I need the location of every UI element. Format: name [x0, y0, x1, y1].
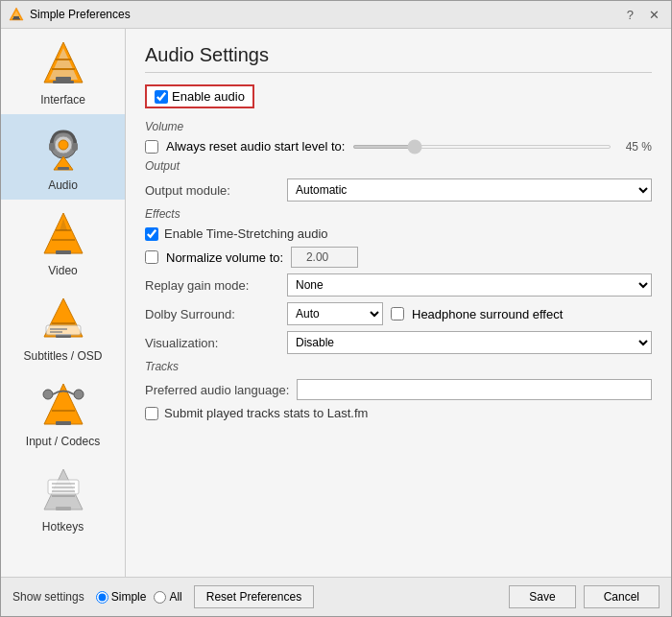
video-icon — [38, 209, 88, 262]
output-section-label: Output — [145, 159, 652, 173]
svg-rect-13 — [49, 143, 55, 151]
help-button[interactable]: ? — [623, 8, 637, 22]
window-title: Simple Preferences — [30, 8, 131, 21]
submit-stats-label[interactable]: Submit played tracks stats to Last.fm — [164, 406, 368, 420]
hotkeys-icon — [38, 465, 88, 518]
preferred-language-label: Preferred audio language: — [145, 383, 289, 397]
main-content: Audio Settings Enable audio Volume Alway… — [126, 29, 671, 577]
sidebar-label-audio: Audio — [48, 178, 78, 192]
replay-gain-select[interactable]: None Track Album — [287, 273, 652, 297]
radio-all-label[interactable]: All — [169, 590, 181, 604]
main-window: Simple Preferences ? ✕ — [0, 0, 672, 617]
title-bar: Simple Preferences ? ✕ — [1, 1, 671, 29]
window-body: Interface — [1, 29, 671, 577]
normalize-label[interactable]: Normalize volume to: — [166, 250, 283, 265]
cancel-button[interactable]: Cancel — [584, 585, 660, 608]
output-module-row: Output module: Automatic DirectX audio o… — [145, 178, 652, 202]
app-icon — [9, 7, 24, 22]
svg-point-33 — [74, 390, 84, 399]
show-settings-radio-group: Simple All — [96, 590, 182, 604]
time-stretching-label[interactable]: Enable Time-Stretching audio — [164, 226, 328, 241]
save-button[interactable]: Save — [509, 585, 575, 608]
replay-gain-label: Replay gain mode: — [145, 278, 279, 293]
preferred-language-row: Preferred audio language: — [145, 379, 652, 400]
radio-simple-label[interactable]: Simple — [111, 590, 147, 604]
output-module-label: Output module: — [145, 183, 279, 198]
svg-rect-3 — [12, 18, 20, 20]
svg-rect-14 — [72, 143, 78, 151]
normalize-row: Normalize volume to: — [145, 247, 652, 268]
subtitles-icon — [38, 295, 88, 347]
sidebar-label-subtitles: Subtitles / OSD — [23, 349, 102, 363]
svg-rect-20 — [56, 250, 71, 254]
volume-value: 45 % — [617, 140, 652, 154]
enable-audio-checkbox[interactable] — [155, 90, 168, 104]
svg-point-32 — [43, 390, 53, 399]
visualization-row: Visualization: Disable Spectrum Spectrom… — [145, 331, 652, 354]
radio-simple[interactable] — [96, 591, 108, 604]
svg-point-12 — [59, 140, 68, 150]
interface-icon — [38, 38, 88, 91]
sidebar-item-subtitles[interactable]: Subtitles / OSD — [1, 285, 125, 370]
volume-slider-container: 45 % — [352, 140, 652, 154]
footer-left: Show settings Simple All Reset Preferenc… — [12, 585, 314, 608]
page-title: Audio Settings — [145, 44, 652, 73]
output-module-select[interactable]: Automatic DirectX audio output WaveOut a… — [287, 178, 652, 202]
audio-icon — [38, 124, 88, 177]
close-button[interactable]: ✕ — [645, 8, 663, 22]
sidebar-item-interface[interactable]: Interface — [1, 29, 125, 114]
title-bar-controls: ? ✕ — [623, 8, 663, 22]
radio-simple-item: Simple — [96, 590, 147, 604]
effects-section-label: Effects — [145, 207, 652, 221]
volume-slider[interactable] — [352, 145, 612, 149]
volume-section-label: Volume — [145, 120, 652, 133]
always-reset-label[interactable]: Always reset audio start level to: — [166, 139, 345, 154]
replay-gain-row: Replay gain mode: None Track Album — [145, 273, 652, 297]
visualization-select[interactable]: Disable Spectrum Spectrometer Scope Vu m… — [287, 331, 652, 354]
always-reset-checkbox[interactable] — [145, 140, 158, 154]
title-bar-left: Simple Preferences — [9, 7, 131, 22]
footer: Show settings Simple All Reset Preferenc… — [1, 577, 671, 616]
headphone-label[interactable]: Headphone surround effect — [412, 307, 563, 321]
sidebar-item-audio[interactable]: Audio — [1, 114, 125, 200]
svg-rect-7 — [53, 81, 74, 83]
sidebar-item-input[interactable]: Input / Codecs — [1, 370, 125, 456]
show-settings-label: Show settings — [12, 590, 84, 604]
sidebar: Interface — [1, 29, 126, 577]
headphone-checkbox[interactable] — [391, 307, 404, 320]
sidebar-label-video: Video — [48, 264, 77, 277]
sidebar-label-input: Input / Codecs — [26, 435, 100, 448]
submit-stats-row: Submit played tracks stats to Last.fm — [145, 406, 652, 420]
volume-row: Always reset audio start level to: 45 % — [145, 139, 652, 154]
normalize-checkbox[interactable] — [145, 250, 158, 264]
radio-all-item: All — [154, 590, 181, 604]
submit-stats-checkbox[interactable] — [145, 407, 158, 420]
visualization-label: Visualization: — [145, 336, 279, 350]
svg-rect-31 — [56, 421, 71, 425]
preferred-language-input[interactable] — [297, 379, 652, 400]
svg-rect-16 — [58, 167, 69, 170]
input-icon — [38, 380, 88, 433]
time-stretching-row: Enable Time-Stretching audio — [145, 226, 652, 241]
sidebar-item-hotkeys[interactable]: Hotkeys — [1, 456, 125, 541]
tracks-section-label: Tracks — [145, 360, 652, 373]
dolby-select[interactable]: Auto On Off — [287, 302, 383, 325]
svg-rect-26 — [46, 325, 81, 335]
enable-audio-container: Enable audio — [145, 84, 254, 108]
dolby-label: Dolby Surround: — [145, 307, 279, 321]
radio-all[interactable] — [154, 591, 166, 604]
enable-audio-label[interactable]: Enable audio — [172, 89, 245, 104]
svg-rect-2 — [13, 16, 19, 18]
time-stretching-checkbox[interactable] — [145, 227, 158, 241]
svg-rect-6 — [56, 77, 71, 81]
dolby-row: Dolby Surround: Auto On Off Headphone su… — [145, 302, 652, 325]
sidebar-label-hotkeys: Hotkeys — [42, 520, 84, 534]
sidebar-label-interface: Interface — [40, 93, 85, 107]
reset-button[interactable]: Reset Preferences — [194, 585, 314, 608]
normalize-input[interactable] — [291, 247, 358, 268]
sidebar-item-video[interactable]: Video — [1, 200, 125, 285]
svg-rect-36 — [56, 507, 71, 510]
footer-right: Save Cancel — [509, 585, 660, 608]
